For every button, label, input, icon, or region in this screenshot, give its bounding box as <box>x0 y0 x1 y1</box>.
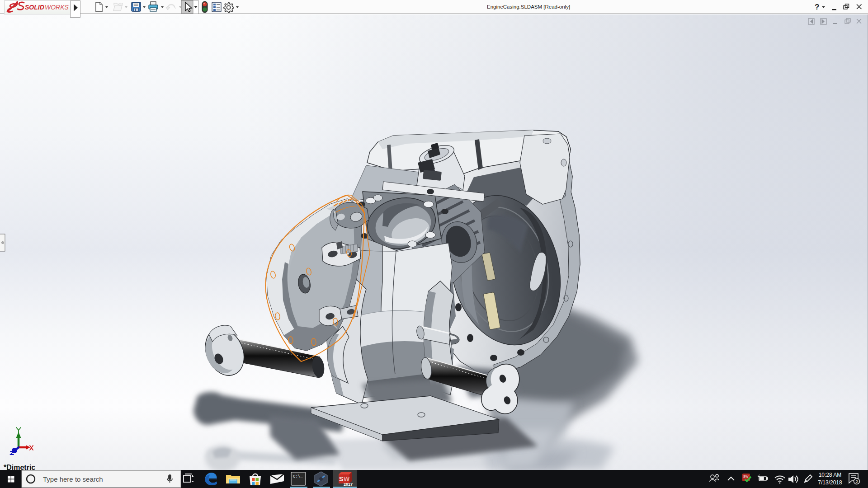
svg-text:?: ? <box>815 3 819 11</box>
svg-text:SW: SW <box>743 475 749 478</box>
svg-text:2: 2 <box>856 479 858 484</box>
svg-text:C:\_: C:\_ <box>293 474 303 479</box>
svg-text:Type here to search: Type here to search <box>43 475 103 483</box>
svg-text:W: W <box>344 475 350 483</box>
svg-text:SOLID: SOLID <box>25 4 44 11</box>
svg-text:*Dimetric: *Dimetric <box>4 464 35 470</box>
svg-text:WORKS: WORKS <box>45 4 69 11</box>
svg-text:S: S <box>339 475 343 483</box>
svg-text:2017: 2017 <box>344 482 353 487</box>
